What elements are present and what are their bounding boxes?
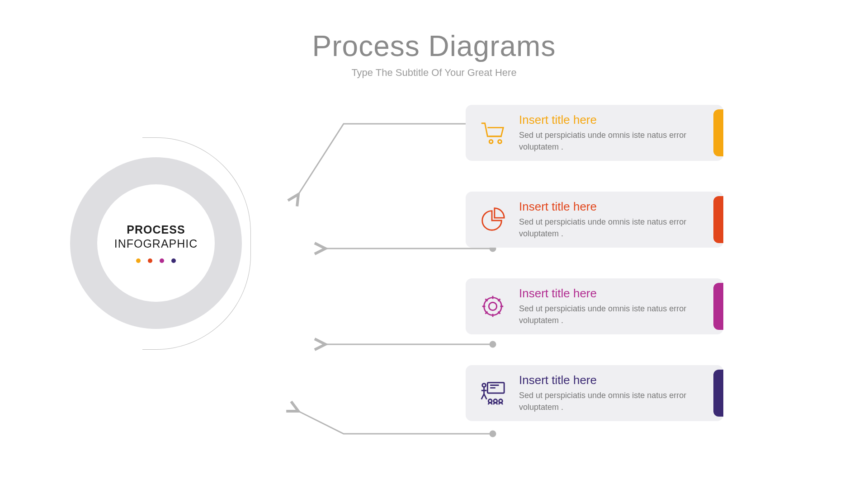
card-list: Insert title here Sed ut perspiciatis un… — [466, 105, 723, 421]
dot-2 — [148, 258, 152, 263]
card-4-desc: Sed ut perspiciatis unde omnis iste natu… — [519, 390, 712, 413]
cart-icon — [475, 115, 511, 151]
center-line2: INFOGRAPHIC — [114, 237, 198, 250]
card-3-tab — [713, 283, 723, 330]
card-1-tab — [713, 109, 723, 156]
slide: Process Diagrams Type The Subtitle Of Yo… — [0, 0, 868, 488]
svg-point-7 — [484, 298, 502, 315]
gear-icon — [475, 288, 511, 324]
svg-point-6 — [489, 302, 496, 310]
card-4-tab — [713, 370, 723, 417]
dot-3 — [160, 258, 164, 263]
svg-point-5 — [498, 140, 502, 144]
card-3-title: Insert title here — [519, 286, 712, 300]
card-1-title: Insert title here — [519, 113, 712, 127]
svg-point-9 — [482, 384, 486, 387]
pie-chart-icon — [475, 202, 511, 238]
card-4-title: Insert title here — [519, 373, 712, 387]
center-dots — [136, 258, 176, 263]
page-title: Process Diagrams — [0, 29, 868, 63]
svg-point-3 — [490, 431, 495, 436]
svg-point-4 — [489, 140, 493, 144]
card-1: Insert title here Sed ut perspiciatis un… — [466, 105, 723, 161]
presentation-icon — [475, 375, 511, 411]
page-subtitle: Type The Subtitle Of Your Great Here — [0, 67, 868, 79]
card-1-desc: Sed ut perspiciatis unde omnis iste natu… — [519, 130, 712, 152]
card-3-desc: Sed ut perspiciatis unde omnis iste natu… — [519, 303, 712, 326]
card-2-tab — [713, 196, 723, 243]
center-line1: PROCESS — [127, 223, 185, 236]
center-text: PROCESS INFOGRAPHIC — [70, 157, 242, 329]
card-2-title: Insert title here — [519, 200, 712, 214]
center-graphic: PROCESS INFOGRAPHIC — [84, 139, 319, 374]
card-2-desc: Sed ut perspiciatis unde omnis iste natu… — [519, 216, 712, 239]
card-2: Insert title here Sed ut perspiciatis un… — [466, 192, 723, 248]
svg-rect-8 — [487, 383, 504, 393]
dot-1 — [136, 258, 141, 263]
card-4: Insert title here Sed ut perspiciatis un… — [466, 365, 723, 421]
dot-4 — [171, 258, 176, 263]
card-3: Insert title here Sed ut perspiciatis un… — [466, 278, 723, 334]
